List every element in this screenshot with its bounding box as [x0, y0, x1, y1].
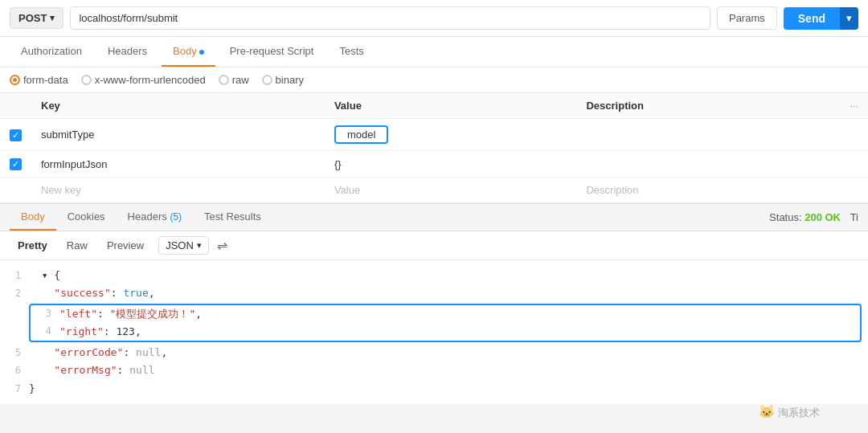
body-type-options: form-data x-www-form-urlencoded raw bina…	[0, 67, 868, 93]
tab-tests[interactable]: Tests	[328, 37, 375, 67]
placeholder-value[interactable]: Value	[325, 178, 577, 203]
radio-urlencoded	[81, 75, 92, 85]
headers-badge: (5)	[170, 211, 182, 223]
body-type-binary[interactable]: binary	[262, 74, 304, 86]
radio-form-data	[10, 75, 20, 85]
format-pretty-btn[interactable]: Pretty	[10, 236, 55, 255]
json-line-1: 1 ▾ {	[0, 267, 868, 284]
placeholder-description: Description	[576, 178, 840, 203]
tab-headers[interactable]: Headers	[96, 37, 158, 67]
radio-binary	[262, 75, 272, 85]
row2-checkbox-cell[interactable]: ✓	[0, 151, 31, 178]
row2-value[interactable]: {}	[325, 151, 577, 178]
format-select-label: JSON	[166, 239, 194, 251]
row1-checkbox-cell[interactable]: ✓	[0, 119, 31, 151]
send-button[interactable]: Send	[784, 7, 840, 30]
params-button[interactable]: Params	[717, 6, 777, 30]
line-content-7: }	[29, 380, 868, 398]
body-type-urlencoded[interactable]: x-www-form-urlencoded	[81, 74, 206, 86]
watermark-text: 🐱 淘系技术	[759, 404, 820, 420]
col-more: ···	[840, 93, 868, 119]
line-content-3: "left": "模型提交成功！",	[59, 305, 855, 323]
method-arrow-icon: ▾	[50, 13, 55, 23]
method-select[interactable]: POST ▾	[10, 7, 63, 29]
send-btn-group: Send ▾	[784, 7, 858, 30]
placeholder-checkbox-cell	[0, 178, 31, 203]
tab-body[interactable]: Body	[162, 37, 215, 67]
col-key: Key	[31, 93, 325, 119]
status-suffix: Ti	[850, 211, 858, 223]
row2-description	[576, 151, 840, 178]
json-response-body: 1 ▾ { 2 "success": true, 3 "left": "模型提交…	[0, 260, 868, 404]
row1-more	[840, 119, 868, 151]
format-raw-btn[interactable]: Raw	[59, 236, 96, 255]
response-status: Status: 200 OK Ti	[769, 211, 858, 223]
resp-tab-body[interactable]: Body	[10, 204, 56, 231]
line-content-6: "errorMsg": null	[29, 362, 868, 379]
line-content-4: "right": 123,	[59, 323, 855, 341]
json-line-7: 7 }	[0, 380, 868, 398]
col-description: Description	[576, 93, 840, 119]
line-num-2: 2	[0, 284, 29, 301]
line-content-5: "errorCode": null,	[29, 344, 868, 362]
line-num-4: 4	[35, 323, 59, 339]
line-num-1: 1	[0, 267, 29, 284]
line-num-5: 5	[0, 344, 29, 361]
json-line-3: 3 "left": "模型提交成功！",	[31, 305, 860, 323]
app-container: POST ▾ Params Send ▾ Authorization Heade…	[0, 0, 868, 433]
format-bar: Pretty Raw Preview JSON ▾ ⇌	[0, 231, 868, 260]
line-num-7: 7	[0, 380, 29, 397]
resp-tab-test-results[interactable]: Test Results	[193, 204, 272, 231]
json-line-6: 6 "errorMsg": null	[0, 362, 868, 379]
line-num-3: 3	[35, 305, 59, 321]
row1-value-badge: model	[334, 125, 388, 144]
placeholder-more	[840, 178, 868, 203]
row1-key[interactable]: submitType	[31, 119, 325, 151]
highlighted-lines-box: 3 "left": "模型提交成功！", 4 "right": 123,	[29, 304, 862, 342]
line-num-6: 6	[0, 362, 29, 378]
line-content-2: "success": true,	[29, 284, 868, 302]
row1-description	[576, 119, 840, 151]
json-line-2: 2 "success": true,	[0, 284, 868, 302]
params-table: Key Value Description ··· ✓ submitType m…	[0, 93, 868, 203]
line-content-1: ▾ {	[29, 267, 868, 284]
row2-checkbox[interactable]: ✓	[10, 158, 22, 170]
format-select[interactable]: JSON ▾	[158, 236, 209, 255]
top-bar: POST ▾ Params Send ▾	[0, 0, 868, 37]
table-row: ✓ submitType model	[0, 119, 868, 151]
row2-more	[840, 151, 868, 178]
col-value: Value	[325, 93, 577, 119]
radio-raw	[219, 75, 229, 85]
body-tab-dot	[199, 50, 204, 55]
format-select-arrow-icon: ▾	[197, 240, 202, 251]
response-tabs-bar: Body Cookies Headers (5) Test Results St…	[0, 203, 868, 231]
table-row: ✓ formInputJson {}	[0, 151, 868, 178]
url-input[interactable]	[70, 6, 710, 30]
table-row-placeholder: New key Value Description	[0, 178, 868, 203]
send-dropdown-button[interactable]: ▾	[840, 7, 858, 30]
wrap-icon[interactable]: ⇌	[217, 238, 227, 253]
placeholder-key[interactable]: New key	[31, 178, 325, 203]
body-type-raw[interactable]: raw	[219, 74, 249, 86]
watermark-icon: 🐱	[759, 405, 775, 419]
row2-key[interactable]: formInputJson	[31, 151, 325, 178]
resp-tab-cookies[interactable]: Cookies	[56, 204, 117, 231]
method-label: POST	[18, 12, 47, 24]
tab-authorization[interactable]: Authorization	[10, 37, 93, 67]
json-line-4: 4 "right": 123,	[31, 323, 860, 341]
status-code: 200 OK	[805, 211, 841, 223]
resp-tab-headers[interactable]: Headers (5)	[117, 204, 193, 231]
format-preview-btn[interactable]: Preview	[99, 236, 152, 255]
request-tabs: Authorization Headers Body Pre-request S…	[0, 37, 868, 67]
col-checkbox	[0, 93, 31, 119]
json-line-5: 5 "errorCode": null,	[0, 344, 868, 362]
row1-checkbox[interactable]: ✓	[10, 129, 22, 141]
tab-pre-request[interactable]: Pre-request Script	[219, 37, 326, 67]
body-type-form-data[interactable]: form-data	[10, 74, 68, 86]
row1-value[interactable]: model	[325, 119, 577, 151]
